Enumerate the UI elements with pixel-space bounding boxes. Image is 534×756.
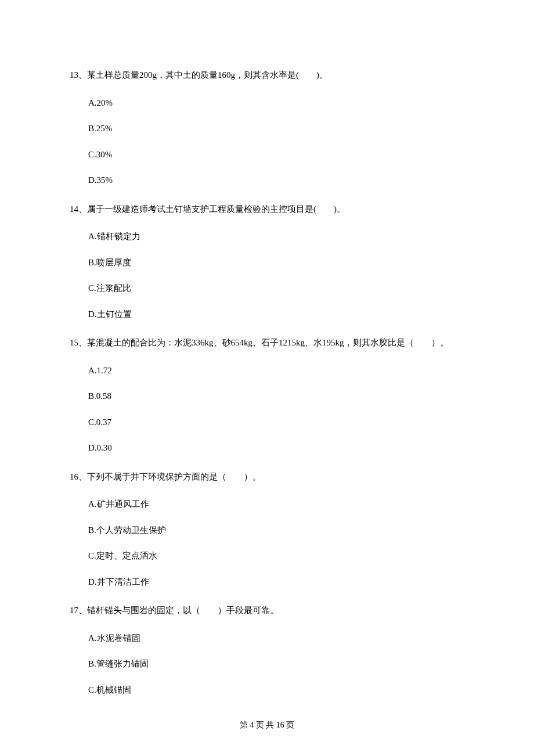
option-list: A.矿井通风工作 B.个人劳动卫生保护 C.定时、定点洒水 D.井下清洁工作 (70, 498, 464, 588)
option-list: A.20% B.25% C.30% D.35% (70, 96, 464, 187)
question-16: 16、下列不属于井下环境保护方面的是（ ）。 A.矿井通风工作 B.个人劳动卫生… (70, 469, 464, 589)
question-17: 17、锚杆锚头与围岩的固定，以（ ）手段最可靠。 A.水泥卷锚固 B.管缝张力锚… (70, 602, 464, 696)
question-15: 15、某混凝土的配合比为：水泥336kg、砂654kg、石子1215kg、水19… (70, 334, 464, 455)
question-stem: 16、下列不属于井下环境保护方面的是（ ）。 (70, 469, 464, 485)
option-a: A.20% (88, 96, 464, 110)
option-list: A.1.72 B.0.58 C.0.37 D.0.30 (70, 364, 464, 455)
page-footer: 第 4 页 共 16 页 (0, 720, 534, 730)
option-c: C.定时、定点洒水 (88, 549, 464, 563)
question-stem: 17、锚杆锚头与围岩的固定，以（ ）手段最可靠。 (70, 602, 464, 619)
option-list: A.水泥卷锚固 B.管缝张力锚固 C.机械锚固 (70, 632, 464, 697)
page-content: 13、某土样总质量200g，其中土的质量160g，则其含水率是( )。 A.20… (0, 0, 534, 696)
option-c: C.0.37 (88, 416, 464, 429)
question-14: 14、属于一级建造师考试土钉墙支护工程质量检验的主控项目是( )。 A.锚杆锁定… (70, 201, 464, 321)
question-stem: 13、某土样总质量200g，其中土的质量160g，则其含水率是( )。 (70, 67, 464, 84)
question-stem: 15、某混凝土的配合比为：水泥336kg、砂654kg、石子1215kg、水19… (70, 334, 464, 351)
option-c: C.机械锚固 (88, 683, 464, 697)
option-b: B.喷层厚度 (88, 256, 464, 269)
option-a: A.水泥卷锚固 (88, 632, 464, 645)
option-b: B.管缝张力锚固 (88, 657, 464, 671)
option-b: B.0.58 (88, 390, 464, 403)
option-d: D.土钉位置 (88, 308, 464, 321)
option-b: B.个人劳动卫生保护 (88, 524, 464, 537)
option-a: A.1.72 (88, 364, 464, 377)
option-c: C.注浆配比 (88, 282, 464, 295)
question-stem: 14、属于一级建造师考试土钉墙支护工程质量检验的主控项目是( )。 (70, 201, 464, 218)
option-list: A.锚杆锁定力 B.喷层厚度 C.注浆配比 D.土钉位置 (70, 230, 464, 321)
option-a: A.锚杆锁定力 (88, 230, 464, 243)
option-d: D.0.30 (88, 441, 464, 455)
option-a: A.矿井通风工作 (88, 498, 464, 511)
option-d: D.井下清洁工作 (88, 575, 464, 589)
question-13: 13、某土样总质量200g，其中土的质量160g，则其含水率是( )。 A.20… (70, 67, 464, 187)
option-b: B.25% (88, 122, 464, 135)
option-c: C.30% (88, 148, 464, 161)
option-d: D.35% (88, 174, 464, 187)
